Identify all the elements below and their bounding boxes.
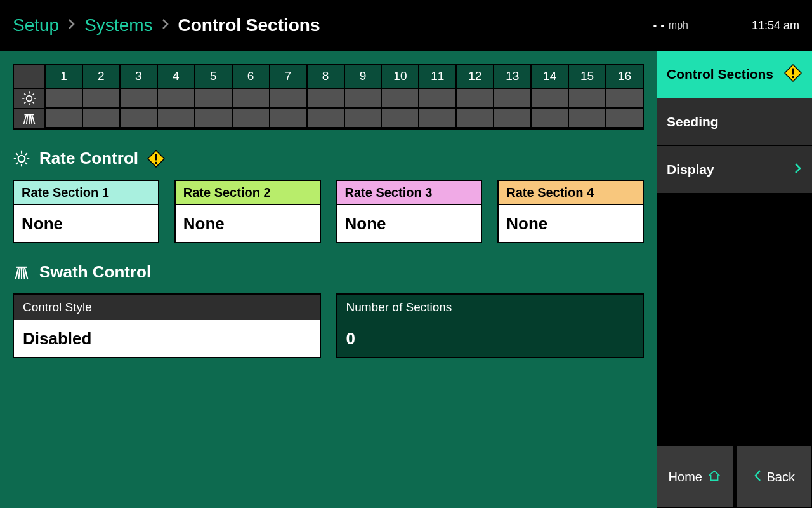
grid-cell [269, 108, 306, 128]
grid-cell [44, 88, 82, 108]
grid-column-15: 15 [568, 65, 605, 88]
rate-section-2-value: None [176, 205, 320, 242]
grid-row-gear-icon [14, 88, 44, 108]
grid-cell [232, 108, 269, 128]
grid-cell [568, 88, 605, 108]
svg-point-0 [27, 96, 32, 102]
back-button-label: Back [767, 470, 795, 485]
rate-section-3-card[interactable]: Rate Section 3None [336, 180, 483, 243]
grid-cell [381, 108, 418, 128]
rate-section-3-label: Rate Section 3 [337, 181, 481, 205]
chevron-right-icon [794, 162, 802, 177]
home-button[interactable]: Home [657, 446, 733, 508]
grid-column-9: 9 [344, 65, 381, 88]
grid-cell [306, 88, 344, 108]
number-of-sections-label: Number of Sections [337, 295, 643, 320]
rate-control-heading: Rate Control [13, 149, 644, 168]
grid-cell [306, 108, 344, 128]
main-content: 12345678910111213141516 Rate Contro [0, 51, 657, 508]
grid-cell [493, 88, 530, 108]
grid-cell [605, 88, 643, 108]
grid-column-12: 12 [455, 65, 493, 88]
grid-column-16: 16 [605, 65, 643, 88]
rate-section-2-card[interactable]: Rate Section 2None [174, 180, 321, 243]
breadcrumb-current: Control Sections [178, 15, 320, 36]
number-of-sections-card[interactable]: Number of Sections 0 [336, 293, 645, 358]
svg-rect-3 [155, 154, 157, 160]
grid-cell [157, 88, 194, 108]
grid-cell [119, 108, 157, 128]
sidebar: Control SectionsSeedingDisplay Home Back [657, 51, 812, 508]
breadcrumb: Setup Systems Control Sections [13, 15, 320, 36]
grid-column-4: 4 [157, 65, 194, 88]
grid-column-11: 11 [418, 65, 455, 88]
svg-point-4 [155, 161, 157, 164]
rate-section-4-label: Rate Section 4 [499, 181, 643, 205]
grid-cell [44, 108, 82, 128]
grid-column-14: 14 [530, 65, 568, 88]
section-grid: 12345678910111213141516 [13, 64, 644, 130]
chevron-right-icon [162, 17, 169, 34]
grid-cell [418, 88, 455, 108]
number-of-sections-value: 0 [337, 320, 643, 357]
gear-icon [13, 150, 30, 168]
rate-section-3-value: None [337, 205, 481, 242]
grid-cell [455, 88, 493, 108]
grid-cell [530, 88, 568, 108]
swath-control-label: Swath Control [39, 262, 151, 282]
grid-cell [119, 88, 157, 108]
chevron-right-icon [68, 17, 75, 34]
chevron-left-icon [753, 469, 762, 486]
swath-control-heading: Swath Control [13, 262, 644, 282]
grid-cell [157, 108, 194, 128]
grid-cell [82, 88, 119, 108]
grid-cell [493, 108, 530, 128]
grid-column-13: 13 [493, 65, 530, 88]
sidebar-item-display[interactable]: Display [657, 146, 812, 194]
grid-column-8: 8 [306, 65, 344, 88]
grid-cell [344, 108, 381, 128]
grid-column-3: 3 [119, 65, 157, 88]
swath-icon [13, 264, 30, 281]
grid-cell [269, 88, 306, 108]
sidebar-item-label: Control Sections [667, 67, 773, 82]
grid-cell [232, 88, 269, 108]
grid-cell [194, 108, 232, 128]
svg-point-7 [792, 76, 794, 78]
back-button[interactable]: Back [736, 446, 813, 508]
sidebar-item-control-sections[interactable]: Control Sections [657, 51, 812, 98]
rate-section-1-label: Rate Section 1 [14, 181, 158, 205]
breadcrumb-setup[interactable]: Setup [13, 15, 59, 36]
speed-value: - - [653, 20, 665, 31]
clock: 11:54 am [752, 19, 799, 32]
grid-cell [344, 88, 381, 108]
control-style-card[interactable]: Control Style Disabled [13, 293, 321, 358]
grid-cell [82, 108, 119, 128]
sidebar-item-label: Seeding [667, 114, 719, 130]
warning-icon [784, 64, 802, 85]
grid-cell [605, 108, 643, 128]
grid-column-10: 10 [381, 65, 418, 88]
grid-cell [418, 108, 455, 128]
rate-section-1-card[interactable]: Rate Section 1None [13, 180, 159, 243]
home-button-label: Home [669, 470, 702, 485]
home-icon [707, 469, 721, 486]
sidebar-item-seeding[interactable]: Seeding [657, 98, 812, 146]
top-bar: Setup Systems Control Sections - - mph 1… [0, 0, 812, 51]
warning-icon [147, 150, 165, 168]
grid-column-7: 7 [269, 65, 306, 88]
rate-section-4-card[interactable]: Rate Section 4None [497, 180, 644, 243]
grid-column-5: 5 [194, 65, 232, 88]
sidebar-item-label: Display [667, 162, 714, 177]
grid-cell [194, 88, 232, 108]
grid-header-blank [14, 65, 44, 88]
grid-column-6: 6 [232, 65, 269, 88]
grid-cell [530, 108, 568, 128]
rate-section-4-value: None [499, 205, 643, 242]
svg-point-1 [18, 155, 25, 162]
grid-cell [455, 108, 493, 128]
grid-cell [381, 88, 418, 108]
breadcrumb-systems[interactable]: Systems [84, 15, 152, 36]
grid-row-swath-icon [14, 108, 44, 128]
rate-section-1-value: None [14, 205, 158, 242]
